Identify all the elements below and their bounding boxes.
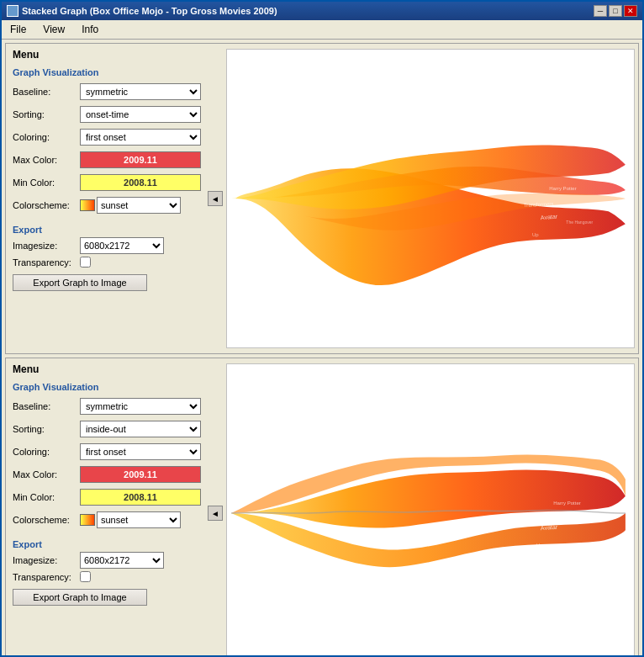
panel-1-imagesize-select[interactable]: 6080x2172 3040x1086 1920x1080 (80, 237, 164, 254)
panel-2-mincolor-row: Min Color: 2008.11 (13, 489, 201, 506)
panel-1-menu-label: Menu (13, 49, 201, 61)
svg-text:Up: Up (532, 232, 539, 237)
panel-2: Menu Graph Visualization Baseline: symme… (5, 358, 639, 655)
panel-1-sorting-row: Sorting: onset-time inside-out reverse (13, 106, 201, 123)
panel-2-graph-viz-label: Graph Visualization (13, 382, 201, 392)
menu-view[interactable]: View (38, 22, 70, 37)
panel-2-transparency-label: Transparency: (13, 572, 80, 582)
panel-1-mincolor-label: Min Color: (13, 177, 80, 188)
panel-2-imagesize-row: Imagesize: 6080x2172 3040x1086 1920x1080 (13, 552, 201, 569)
panel-1-colorscheme-preview (80, 199, 95, 211)
window-icon (7, 5, 18, 17)
panel-1-mincolor-box[interactable]: 2008.11 (80, 174, 201, 191)
panel-2-baseline-select[interactable]: symmetric zero wiggle expand (80, 398, 201, 415)
panel-2-streamgraph-svg: Avatar Transformers Harry Potter Up (227, 364, 634, 655)
panel-2-export-button[interactable]: Export Graph to Image (13, 589, 147, 606)
main-content: Menu Graph Visualization Baseline: symme… (2, 40, 642, 655)
svg-text:Harry Potter: Harry Potter (549, 186, 577, 191)
panel-1-export-section: Export Imagesize: 6080x2172 3040x1086 19… (13, 223, 201, 291)
panel-2-imagesize-label: Imagesize: (13, 555, 80, 565)
panel-2-colorscheme-preview (80, 514, 95, 526)
svg-text:Transformers: Transformers (528, 515, 558, 520)
panel-2-colorscheme-label: Colorscheme: (13, 515, 80, 525)
panel-1-sorting-label: Sorting: (13, 109, 80, 119)
panel-2-mincolor-box[interactable]: 2008.11 (80, 489, 201, 506)
panel-2-export-section: Export Imagesize: 6080x2172 3040x1086 19… (13, 538, 201, 606)
panel-1-streamgraph-svg: Avatar Transformers Harry Potter Up The … (227, 50, 634, 347)
panel-1-controls: Menu Graph Visualization Baseline: symme… (6, 44, 208, 353)
panel-2-mincolor-label: Min Color: (13, 492, 80, 502)
menu-file[interactable]: File (5, 22, 31, 37)
main-window: Stacked Graph (Box Office Mojo - Top Gro… (0, 0, 644, 657)
panel-1-maxcolor-row: Max Color: 2009.11 (13, 151, 201, 168)
panel-2-maxcolor-box[interactable]: 2009.11 (80, 466, 201, 483)
panel-2-imagesize-select[interactable]: 6080x2172 3040x1086 1920x1080 (80, 552, 164, 569)
svg-text:The Hangover: The Hangover (566, 220, 593, 225)
panel-2-coloring-label: Coloring: (13, 447, 80, 457)
panel-2-sorting-row: Sorting: onset-time inside-out reverse (13, 421, 201, 437)
panel-2-transparency-row: Transparency: (13, 571, 201, 582)
panel-2-colorscheme-select[interactable]: sunset rainbow grayscale (97, 511, 181, 528)
panel-1-baseline-select[interactable]: symmetric zero wiggle expand (80, 83, 201, 100)
panel-1-transparency-checkbox[interactable] (80, 257, 91, 268)
panel-1-baseline-label: Baseline: (13, 87, 80, 97)
panel-2-sorting-label: Sorting: (13, 424, 80, 434)
panel-1-coloring-select[interactable]: first onset random layer (80, 129, 201, 146)
panel-1-export-label: Export (13, 225, 201, 235)
panel-2-export-label: Export (13, 539, 201, 549)
panel-2-divider[interactable]: ◄ (208, 506, 223, 521)
panel-2-maxcolor-label: Max Color: (13, 469, 80, 480)
panel-1-maxcolor-label: Max Color: (13, 155, 80, 165)
panel-1-transparency-label: Transparency: (13, 257, 80, 268)
panel-1-mincolor-row: Min Color: 2008.11 (13, 174, 201, 191)
close-button[interactable]: ✕ (624, 5, 637, 17)
panel-2-transparency-checkbox[interactable] (80, 571, 91, 582)
panel-1-graph: Avatar Transformers Harry Potter Up The … (226, 49, 635, 348)
panel-2-coloring-row: Coloring: first onset random layer (13, 443, 201, 460)
panel-2-menu-label: Menu (13, 363, 201, 375)
maximize-button[interactable]: □ (609, 5, 622, 17)
panel-2-baseline-row: Baseline: symmetric zero wiggle expand (13, 398, 201, 415)
panel-1-imagesize-row: Imagesize: 6080x2172 3040x1086 1920x1080 (13, 237, 201, 254)
svg-text:Harry Potter: Harry Potter (553, 501, 581, 506)
panel-1-colorscheme-label: Colorscheme: (13, 200, 80, 210)
panel-1-coloring-row: Coloring: first onset random layer (13, 129, 201, 146)
panel-1-imagesize-label: Imagesize: (13, 241, 80, 251)
panel-2-colorscheme-row: Colorscheme: sunset rainbow grayscale (13, 511, 201, 528)
panel-1-export-button[interactable]: Export Graph to Image (13, 274, 147, 291)
panel-2-maxcolor-row: Max Color: 2009.11 (13, 466, 201, 483)
menu-info[interactable]: Info (77, 22, 103, 37)
panel-1-graph-viz-label: Graph Visualization (13, 67, 201, 77)
svg-text:Avatar: Avatar (541, 524, 558, 531)
menubar: File View Info (2, 20, 642, 40)
svg-text:Transformers: Transformers (524, 201, 554, 208)
svg-text:Up: Up (536, 543, 543, 548)
title-bar: Stacked Graph (Box Office Mojo - Top Gro… (2, 2, 642, 20)
panel-2-coloring-select[interactable]: first onset random layer (80, 443, 201, 460)
panel-1-colorscheme-select[interactable]: sunset rainbow grayscale (97, 197, 181, 214)
minimize-button[interactable]: ─ (594, 5, 607, 17)
panel-1-colorscheme-row: Colorscheme: sunset rainbow grayscale (13, 197, 201, 214)
panel-1-baseline-row: Baseline: symmetric zero wiggle expand (13, 83, 201, 100)
panel-2-graph: Avatar Transformers Harry Potter Up (226, 363, 635, 655)
panel-2-controls: Menu Graph Visualization Baseline: symme… (6, 358, 208, 655)
panel-2-baseline-label: Baseline: (13, 401, 80, 411)
window-title: Stacked Graph (Box Office Mojo - Top Gro… (22, 6, 277, 16)
panel-1-maxcolor-box[interactable]: 2009.11 (80, 151, 201, 168)
panel-1-coloring-label: Coloring: (13, 132, 80, 142)
panel-1-transparency-row: Transparency: (13, 257, 201, 268)
panel-1-divider[interactable]: ◄ (208, 191, 223, 206)
panel-1: Menu Graph Visualization Baseline: symme… (5, 43, 639, 354)
panel-2-sorting-select[interactable]: onset-time inside-out reverse (80, 421, 201, 437)
window-controls: ─ □ ✕ (594, 5, 637, 17)
panel-1-sorting-select[interactable]: onset-time inside-out reverse (80, 106, 201, 123)
